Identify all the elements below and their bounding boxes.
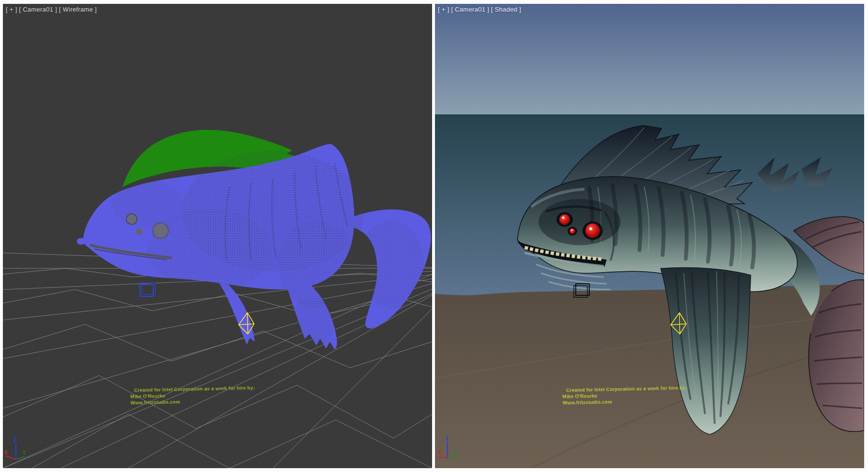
viewport-label-shaded: [ + ][ Camera01 ][ Shaded ] — [438, 6, 521, 14]
credit-line-1: Created for Intel Corporation as a work … — [134, 385, 255, 393]
axis-z-label: Z — [13, 436, 16, 443]
eye-upper — [559, 214, 570, 225]
viewport-menu-shading[interactable]: [ Shaded ] — [491, 6, 521, 14]
credit-line-2: Mike O'Rourke — [562, 393, 597, 400]
eye-tiny — [136, 228, 143, 235]
viewport-shaded[interactable]: Created for Intel Corporation as a work … — [435, 4, 864, 468]
axis-y-label: y — [453, 448, 457, 455]
axis-tripod: X Y Z — [4, 436, 26, 459]
viewport-menu-shading[interactable]: [ Wireframe ] — [59, 6, 96, 14]
eye-tiny — [570, 228, 575, 234]
eye-small-upper — [126, 214, 137, 224]
axis-z-label: z — [446, 434, 448, 441]
snout-nub — [77, 238, 85, 245]
viewport-wireframe[interactable]: Created for Intel Corporation as a work … — [3, 4, 432, 468]
fish-model-wireframe[interactable] — [77, 130, 431, 349]
viewport-label-wireframe: [ + ][ Camera01 ][ Wireframe ] — [6, 6, 97, 14]
wireframe-scene: Created for Intel Corporation as a work … — [3, 4, 432, 468]
viewport-menu-general[interactable]: [ + ] — [438, 6, 449, 14]
viewport-menu-pov[interactable]: [ Camera01 ] — [451, 6, 489, 14]
viewport-menu-general[interactable]: [ + ] — [6, 6, 17, 14]
shaded-scene: Created for Intel Corporation as a work … — [435, 4, 864, 468]
eye-large — [585, 223, 600, 238]
scene-credit-text[interactable]: Created for Intel Corporation as a work … — [130, 385, 255, 405]
sky-backdrop — [435, 4, 864, 115]
viewport-menu-pov[interactable]: [ Camera01 ] — [19, 6, 57, 14]
axis-y-label: Y — [22, 449, 26, 456]
eye-large — [153, 223, 168, 238]
credit-line-2: Mike O'Rourke — [130, 393, 165, 400]
sand-ground — [435, 284, 864, 468]
axis-x-label: X — [4, 449, 8, 456]
credit-line-3: Www.fritzstudio.com — [562, 399, 612, 405]
box-helper[interactable] — [140, 283, 155, 296]
credit-line-3: Www.fritzstudio.com — [130, 399, 180, 405]
axis-x-label: x — [438, 448, 442, 455]
